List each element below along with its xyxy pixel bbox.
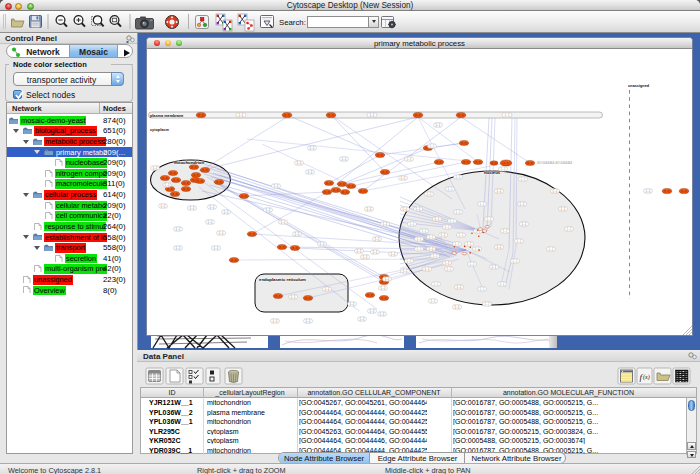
svg-text:[...]: [...] [480, 202, 485, 206]
svg-text:[...]: [...] [457, 285, 462, 289]
svg-text:[...]: [...] [291, 295, 296, 299]
svg-text:[...]: [...] [161, 204, 166, 208]
svg-text:[...]: [...] [281, 220, 286, 224]
svg-text:[...]: [...] [503, 229, 508, 233]
svg-text:endoplasmic reticulum: endoplasmic reticulum [259, 277, 306, 282]
svg-text:[...]: [...] [295, 232, 300, 236]
svg-text:[...]: [...] [467, 242, 472, 246]
svg-text:[...]: [...] [487, 217, 492, 221]
svg-text:[...]: [...] [407, 259, 412, 263]
svg-text:[...]: [...] [501, 167, 506, 171]
svg-text:[...]: [...] [445, 225, 450, 229]
svg-text:[...]: [...] [456, 175, 461, 179]
svg-text:[...]: [...] [459, 233, 464, 237]
svg-text:[...]: [...] [219, 231, 224, 235]
svg-text:[...]: [...] [342, 157, 347, 161]
svg-text:[...]: [...] [427, 192, 432, 196]
svg-text:[...]: [...] [308, 170, 313, 174]
svg-text:[...]: [...] [370, 113, 375, 117]
svg-text:[...]: [...] [433, 254, 438, 258]
svg-text:[...]: [...] [266, 208, 271, 212]
svg-text:[...]: [...] [646, 189, 651, 193]
svg-text:[...]: [...] [417, 237, 422, 241]
svg-text:[...]: [...] [549, 247, 554, 251]
svg-text:[...]: [...] [375, 237, 380, 241]
svg-text:[...]: [...] [297, 161, 302, 165]
svg-text:[...]: [...] [456, 210, 461, 214]
svg-text:[...]: [...] [553, 189, 558, 193]
svg-text:[...]: [...] [497, 189, 502, 193]
svg-text:[...]: [...] [165, 183, 170, 187]
svg-text:[...]: [...] [434, 282, 439, 286]
svg-text:[...]: [...] [274, 184, 279, 188]
svg-text:(x): (x) [643, 374, 650, 381]
svg-text:cytoplasm: cytoplasm [150, 128, 169, 132]
svg-text:[...]: [...] [445, 261, 450, 265]
svg-text:[...]: [...] [436, 123, 441, 127]
svg-text:[...]: [...] [176, 246, 181, 250]
svg-text:[...]: [...] [363, 255, 368, 259]
svg-text:[...]: [...] [176, 227, 181, 231]
svg-text:[...]: [...] [422, 229, 427, 233]
svg-text:[...]: [...] [385, 277, 390, 281]
svg-text:[...]: [...] [416, 207, 421, 211]
svg-text:[...]: [...] [505, 113, 510, 117]
svg-text:[...]: [...] [455, 305, 460, 309]
svg-text:[...]: [...] [403, 269, 408, 273]
svg-text:[...]: [...] [485, 302, 490, 306]
svg-text:[...]: [...] [441, 233, 446, 237]
svg-text:[...]: [...] [357, 249, 362, 253]
svg-text:[...]: [...] [190, 206, 195, 210]
svg-text:[...]: [...] [567, 227, 572, 231]
svg-text:[...]: [...] [522, 222, 527, 226]
svg-text:[...]: [...] [517, 239, 522, 243]
svg-text:[...]: [...] [513, 259, 518, 263]
svg-text:GO:0044464,GO:0044444: GO:0044464,GO:0044444 [537, 161, 573, 165]
svg-text:[...]: [...] [425, 267, 430, 271]
svg-text:[...]: [...] [210, 205, 215, 209]
svg-text:[...]: [...] [435, 217, 440, 221]
svg-text:[...]: [...] [325, 287, 330, 291]
svg-text:mitochondrion: mitochondrion [174, 160, 204, 165]
svg-text:[...]: [...] [521, 177, 526, 181]
svg-text:[...]: [...] [214, 246, 219, 250]
svg-text:[...]: [...] [208, 220, 213, 224]
svg-text:[...]: [...] [429, 235, 434, 239]
svg-text:[...]: [...] [370, 309, 375, 313]
svg-text:[...]: [...] [448, 187, 453, 191]
svg-text:plasma membrane: plasma membrane [150, 114, 183, 118]
svg-text:[...]: [...] [520, 202, 525, 206]
svg-text:[...]: [...] [373, 250, 378, 254]
svg-text:nucleus: nucleus [484, 170, 501, 175]
svg-text:[...]: [...] [310, 146, 315, 150]
svg-text:[...]: [...] [273, 319, 278, 323]
svg-text:[...]: [...] [306, 319, 311, 323]
svg-text:[...]: [...] [320, 242, 325, 246]
svg-text:[...]: [...] [455, 242, 460, 246]
svg-text:[...]: [...] [350, 302, 355, 306]
svg-text:[...]: [...] [417, 247, 422, 251]
svg-text:[...]: [...] [561, 207, 566, 211]
svg-text:[...]: [...] [410, 222, 415, 226]
svg-text:[...]: [...] [403, 207, 408, 211]
svg-text:[...]: [...] [407, 157, 412, 161]
svg-text:[...]: [...] [153, 166, 158, 170]
svg-text:[...]: [...] [447, 267, 452, 271]
svg-text:[...]: [...] [381, 286, 386, 290]
svg-text:[...]: [...] [224, 210, 229, 214]
svg-text:[...]: [...] [430, 144, 435, 148]
svg-text:[...]: [...] [367, 207, 372, 211]
svg-text:[...]: [...] [470, 262, 475, 266]
svg-text:[...]: [...] [450, 219, 455, 223]
svg-text:[...]: [...] [497, 245, 502, 249]
svg-text:[...]: [...] [391, 252, 396, 256]
svg-text:[...]: [...] [492, 265, 497, 269]
svg-text:[...]: [...] [401, 176, 406, 180]
svg-text:[...]: [...] [383, 222, 388, 226]
svg-text:[...]: [...] [360, 317, 365, 321]
svg-text:[...]: [...] [429, 247, 434, 251]
svg-text:unassigned: unassigned [628, 84, 650, 88]
svg-text:[...]: [...] [500, 282, 505, 286]
svg-text:[...]: [...] [480, 287, 485, 291]
svg-text:[...]: [...] [239, 113, 244, 117]
